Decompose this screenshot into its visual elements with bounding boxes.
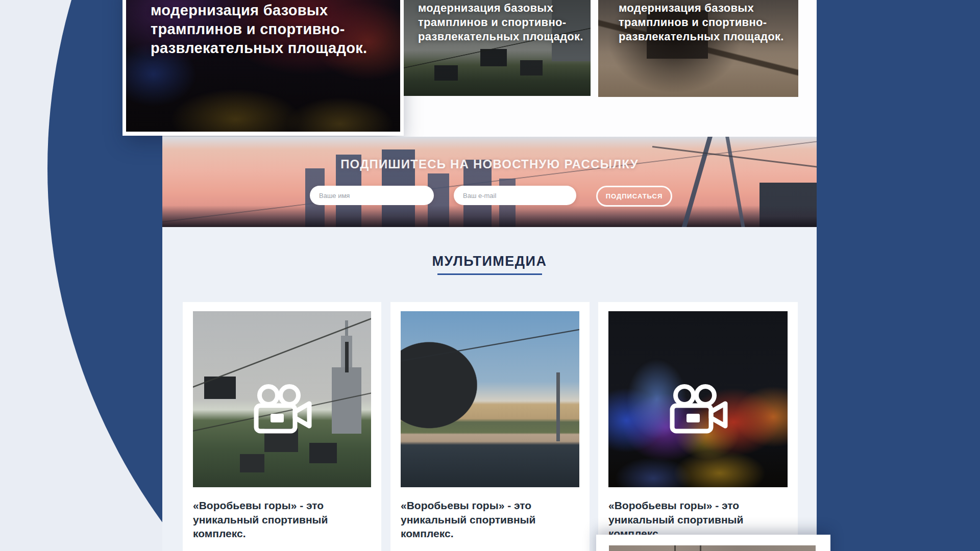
news-card-text: модернизация базовых трамплинов и спорти… bbox=[151, 1, 383, 58]
news-card-text: модернизация базовых трамплинов и спорти… bbox=[619, 1, 795, 44]
newsletter-banner: ПОДПИШИТЕСЬ НА НОВОСТНУЮ РАССЫЛКУ bbox=[162, 137, 817, 227]
multimedia-card-2[interactable]: «Воробьевы горы» - это уникальный спорти… bbox=[390, 302, 590, 551]
news-card-featured[interactable]: модернизация базовых трамплинов и спорти… bbox=[122, 0, 404, 136]
multimedia-section: МУЛЬТИМЕДИА «Воробьевы горы» - это уника… bbox=[162, 227, 817, 551]
multimedia-photo-1 bbox=[193, 311, 371, 487]
news-card-text: модернизация базовых трамплинов и спорти… bbox=[418, 1, 591, 44]
news-card-featured-photo: модернизация базовых трамплинов и спорти… bbox=[126, 0, 400, 132]
multimedia-card-1[interactable]: «Воробьевы горы» - это уникальный спорти… bbox=[183, 302, 381, 551]
multimedia-caption: «Воробьевы горы» - это уникальный спорти… bbox=[401, 498, 577, 541]
multimedia-heading: МУЛЬТИМЕДИА bbox=[162, 254, 817, 269]
name-input[interactable] bbox=[310, 186, 434, 205]
multimedia-photo-3 bbox=[608, 311, 788, 487]
video-camera-icon bbox=[250, 382, 314, 434]
page: модернизация базовых трамплинов и спорти… bbox=[0, 0, 980, 551]
news-card-2[interactable]: модернизация базовых трамплинов и спорти… bbox=[404, 0, 591, 96]
multimedia-card-3[interactable]: «Воробьевы горы» - это уникальный спорти… bbox=[598, 302, 798, 551]
video-camera-icon bbox=[666, 382, 730, 434]
email-input[interactable] bbox=[454, 186, 576, 205]
cableway-pylon-decor bbox=[721, 137, 750, 227]
multimedia-caption: «Воробьевы горы» - это уникальный спорти… bbox=[193, 498, 369, 541]
multimedia-photo-2 bbox=[401, 311, 579, 487]
popup-image-strip bbox=[609, 545, 816, 551]
subscribe-button[interactable]: ПОДПИСАТЬСЯ bbox=[596, 186, 672, 207]
heading-underline bbox=[437, 273, 542, 275]
bottom-popup-panel bbox=[596, 535, 830, 551]
news-card-3[interactable]: модернизация базовых трамплинов и спорти… bbox=[598, 0, 798, 97]
newsletter-heading: ПОДПИШИТЕСЬ НА НОВОСТНУЮ РАССЫЛКУ bbox=[162, 157, 817, 171]
